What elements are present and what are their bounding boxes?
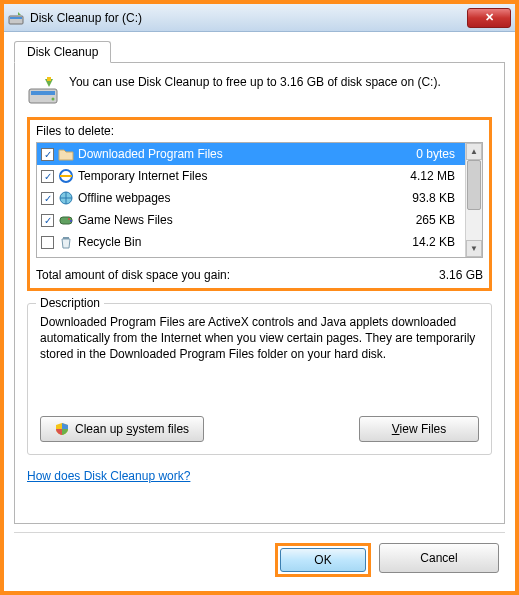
item-name: Game News Files bbox=[78, 213, 387, 227]
window-title: Disk Cleanup for (C:) bbox=[30, 11, 467, 25]
total-value: 3.16 GB bbox=[439, 268, 483, 282]
list-item[interactable]: ✓Downloaded Program Files0 bytes bbox=[37, 143, 465, 165]
folder-icon bbox=[58, 146, 74, 162]
list-item[interactable]: ✓Offline webpages93.8 KB bbox=[37, 187, 465, 209]
uac-shield-icon bbox=[55, 422, 69, 436]
tab-disk-cleanup[interactable]: Disk Cleanup bbox=[14, 41, 111, 63]
item-size: 14.2 KB bbox=[391, 235, 461, 249]
tab-strip: Disk Cleanup bbox=[14, 40, 505, 62]
web-icon bbox=[58, 190, 74, 206]
tab-panel: You can use Disk Cleanup to free up to 3… bbox=[14, 62, 505, 524]
svg-rect-1 bbox=[10, 17, 22, 19]
checkbox[interactable]: ✓ bbox=[41, 148, 54, 161]
ie-icon bbox=[58, 168, 74, 184]
checkbox[interactable]: ✓ bbox=[41, 170, 54, 183]
view-files-button[interactable]: View Files bbox=[359, 416, 479, 442]
list-item[interactable]: ✓Game News Files265 KB bbox=[37, 209, 465, 231]
drive-cleanup-icon bbox=[27, 75, 59, 107]
files-to-delete-label: Files to delete: bbox=[36, 124, 483, 138]
item-name: Downloaded Program Files bbox=[78, 147, 387, 161]
list-item[interactable]: ✓Temporary Internet Files4.12 MB bbox=[37, 165, 465, 187]
dialog-buttons: OK Cancel bbox=[14, 532, 505, 581]
item-size: 93.8 KB bbox=[391, 191, 461, 205]
checkbox[interactable] bbox=[41, 236, 54, 249]
total-label: Total amount of disk space you gain: bbox=[36, 268, 439, 282]
scroll-thumb[interactable] bbox=[467, 160, 481, 210]
description-title: Description bbox=[36, 296, 104, 310]
checkbox[interactable]: ✓ bbox=[41, 214, 54, 227]
scrollbar[interactable]: ▲ ▼ bbox=[465, 143, 482, 257]
item-size: 265 KB bbox=[391, 213, 461, 227]
svg-point-9 bbox=[68, 218, 70, 220]
disk-cleanup-icon bbox=[8, 10, 24, 26]
intro-text: You can use Disk Cleanup to free up to 3… bbox=[69, 75, 441, 107]
description-text: Downloaded Program Files are ActiveX con… bbox=[40, 314, 479, 386]
svg-point-4 bbox=[52, 98, 55, 101]
ok-button[interactable]: OK bbox=[280, 548, 366, 572]
close-icon: ✕ bbox=[485, 11, 494, 24]
item-name: Recycle Bin bbox=[78, 235, 387, 249]
scroll-track[interactable] bbox=[466, 160, 482, 240]
svg-rect-3 bbox=[31, 91, 55, 95]
svg-point-10 bbox=[70, 220, 72, 222]
item-size: 4.12 MB bbox=[391, 169, 461, 183]
titlebar: Disk Cleanup for (C:) ✕ bbox=[4, 4, 515, 32]
description-group: Description Downloaded Program Files are… bbox=[27, 303, 492, 455]
clean-up-button-label: Clean up system files bbox=[75, 422, 189, 436]
item-name: Temporary Internet Files bbox=[78, 169, 387, 183]
checkbox[interactable]: ✓ bbox=[41, 192, 54, 205]
item-name: Offline webpages bbox=[78, 191, 387, 205]
cancel-button[interactable]: Cancel bbox=[379, 543, 499, 573]
clean-up-system-files-button[interactable]: Clean up system files bbox=[40, 416, 204, 442]
files-listview[interactable]: ✓Downloaded Program Files0 bytes✓Tempora… bbox=[36, 142, 483, 258]
view-files-button-label: View Files bbox=[392, 422, 446, 436]
files-to-delete-section: Files to delete: ✓Downloaded Program Fil… bbox=[27, 117, 492, 291]
list-item[interactable]: Recycle Bin14.2 KB bbox=[37, 231, 465, 253]
svg-rect-11 bbox=[63, 237, 69, 239]
ok-highlight: OK bbox=[275, 543, 371, 577]
help-link[interactable]: How does Disk Cleanup work? bbox=[27, 469, 492, 483]
scroll-up-button[interactable]: ▲ bbox=[466, 143, 482, 160]
item-size: 0 bytes bbox=[391, 147, 461, 161]
close-button[interactable]: ✕ bbox=[467, 8, 511, 28]
game-icon bbox=[58, 212, 74, 228]
svg-rect-5 bbox=[47, 77, 51, 81]
recycle-icon bbox=[58, 234, 74, 250]
scroll-down-button[interactable]: ▼ bbox=[466, 240, 482, 257]
